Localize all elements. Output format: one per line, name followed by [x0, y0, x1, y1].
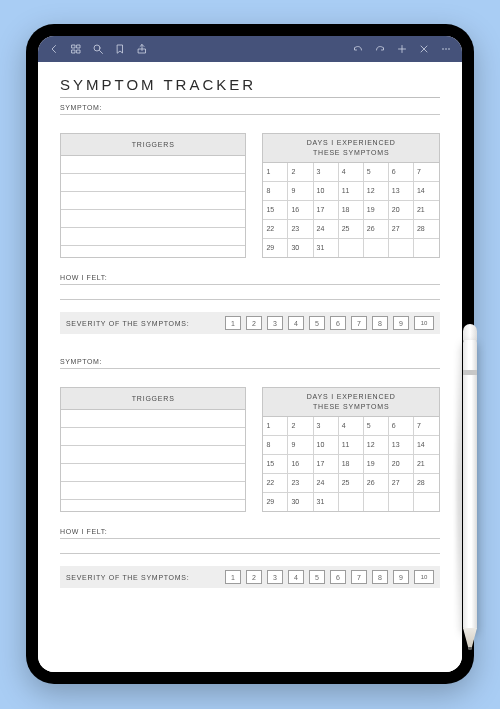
triggers-writing-area[interactable] — [61, 410, 245, 502]
day-cell[interactable]: 23 — [288, 473, 313, 492]
severity-option[interactable]: 8 — [372, 570, 388, 584]
writing-line[interactable] — [60, 285, 440, 300]
severity-option[interactable]: 9 — [393, 570, 409, 584]
day-cell[interactable]: 2 — [288, 163, 313, 181]
how-i-felt-field[interactable]: HOW I FELT: — [60, 522, 440, 539]
day-cell[interactable]: 17 — [314, 454, 339, 473]
day-cell[interactable]: 15 — [263, 454, 288, 473]
day-cell[interactable]: 11 — [339, 181, 364, 200]
day-cell[interactable]: 24 — [314, 219, 339, 238]
severity-option[interactable]: 1 — [225, 570, 241, 584]
day-cell[interactable]: 8 — [263, 435, 288, 454]
day-cell[interactable]: 3 — [314, 417, 339, 435]
day-cell[interactable]: 18 — [339, 200, 364, 219]
day-cell[interactable] — [389, 238, 414, 257]
day-cell[interactable]: 8 — [263, 181, 288, 200]
symptom-field[interactable]: SYMPTOM: — [60, 98, 440, 115]
day-cell[interactable] — [339, 238, 364, 257]
day-cell[interactable]: 5 — [364, 163, 389, 181]
day-cell[interactable]: 16 — [288, 454, 313, 473]
redo-icon[interactable] — [374, 43, 386, 55]
day-cell[interactable] — [364, 492, 389, 511]
document-page[interactable]: SYMPTOM TRACKER SYMPTOM: TRIGGERS DAYS I… — [38, 62, 462, 672]
writing-line[interactable] — [60, 539, 440, 554]
severity-option[interactable]: 8 — [372, 316, 388, 330]
day-cell[interactable]: 20 — [389, 454, 414, 473]
severity-option[interactable]: 10 — [414, 570, 434, 584]
add-icon[interactable] — [396, 43, 408, 55]
severity-option[interactable]: 5 — [309, 316, 325, 330]
day-cell[interactable]: 6 — [389, 163, 414, 181]
day-cell[interactable]: 14 — [414, 435, 439, 454]
day-cell[interactable]: 19 — [364, 200, 389, 219]
day-cell[interactable]: 7 — [414, 417, 439, 435]
severity-option[interactable]: 2 — [246, 570, 262, 584]
day-cell[interactable]: 29 — [263, 238, 288, 257]
day-cell[interactable]: 26 — [364, 473, 389, 492]
day-cell[interactable]: 5 — [364, 417, 389, 435]
day-cell[interactable]: 4 — [339, 417, 364, 435]
day-cell[interactable]: 19 — [364, 454, 389, 473]
day-cell[interactable]: 1 — [263, 417, 288, 435]
day-cell[interactable]: 3 — [314, 163, 339, 181]
day-cell[interactable]: 7 — [414, 163, 439, 181]
severity-option[interactable]: 7 — [351, 570, 367, 584]
day-cell[interactable]: 4 — [339, 163, 364, 181]
day-cell[interactable]: 11 — [339, 435, 364, 454]
triggers-writing-area[interactable] — [61, 156, 245, 248]
day-cell[interactable]: 22 — [263, 473, 288, 492]
severity-option[interactable]: 3 — [267, 316, 283, 330]
severity-option[interactable]: 4 — [288, 316, 304, 330]
triggers-box[interactable]: TRIGGERS — [60, 387, 246, 512]
how-i-felt-field[interactable]: HOW I FELT: — [60, 268, 440, 285]
day-cell[interactable]: 25 — [339, 473, 364, 492]
bookmark-icon[interactable] — [114, 43, 126, 55]
day-cell[interactable]: 25 — [339, 219, 364, 238]
day-cell[interactable] — [414, 238, 439, 257]
day-cell[interactable]: 21 — [414, 454, 439, 473]
severity-option[interactable]: 9 — [393, 316, 409, 330]
severity-option[interactable]: 4 — [288, 570, 304, 584]
day-cell[interactable]: 12 — [364, 181, 389, 200]
day-cell[interactable]: 9 — [288, 435, 313, 454]
close-icon[interactable] — [418, 43, 430, 55]
search-icon[interactable] — [92, 43, 104, 55]
day-cell[interactable]: 23 — [288, 219, 313, 238]
day-cell[interactable]: 10 — [314, 435, 339, 454]
day-cell[interactable] — [389, 492, 414, 511]
day-cell[interactable]: 27 — [389, 473, 414, 492]
day-cell[interactable]: 12 — [364, 435, 389, 454]
day-cell[interactable]: 13 — [389, 435, 414, 454]
day-cell[interactable] — [414, 492, 439, 511]
day-cell[interactable]: 28 — [414, 219, 439, 238]
day-cell[interactable]: 24 — [314, 473, 339, 492]
day-cell[interactable]: 13 — [389, 181, 414, 200]
severity-option[interactable]: 6 — [330, 570, 346, 584]
symptom-field[interactable]: SYMPTOM: — [60, 352, 440, 369]
day-cell[interactable]: 30 — [288, 492, 313, 511]
more-icon[interactable] — [440, 43, 452, 55]
day-cell[interactable]: 21 — [414, 200, 439, 219]
day-cell[interactable]: 18 — [339, 454, 364, 473]
day-cell[interactable]: 20 — [389, 200, 414, 219]
day-cell[interactable]: 31 — [314, 238, 339, 257]
day-cell[interactable]: 6 — [389, 417, 414, 435]
severity-option[interactable]: 7 — [351, 316, 367, 330]
severity-option[interactable]: 10 — [414, 316, 434, 330]
day-cell[interactable]: 1 — [263, 163, 288, 181]
day-cell[interactable]: 9 — [288, 181, 313, 200]
back-icon[interactable] — [48, 43, 60, 55]
severity-option[interactable]: 3 — [267, 570, 283, 584]
severity-option[interactable]: 2 — [246, 316, 262, 330]
day-cell[interactable]: 14 — [414, 181, 439, 200]
day-cell[interactable]: 26 — [364, 219, 389, 238]
day-cell[interactable]: 17 — [314, 200, 339, 219]
severity-option[interactable]: 1 — [225, 316, 241, 330]
day-cell[interactable]: 22 — [263, 219, 288, 238]
day-cell[interactable]: 28 — [414, 473, 439, 492]
triggers-box[interactable]: TRIGGERS — [60, 133, 246, 258]
day-cell[interactable]: 27 — [389, 219, 414, 238]
severity-option[interactable]: 5 — [309, 570, 325, 584]
day-cell[interactable]: 29 — [263, 492, 288, 511]
day-cell[interactable]: 16 — [288, 200, 313, 219]
